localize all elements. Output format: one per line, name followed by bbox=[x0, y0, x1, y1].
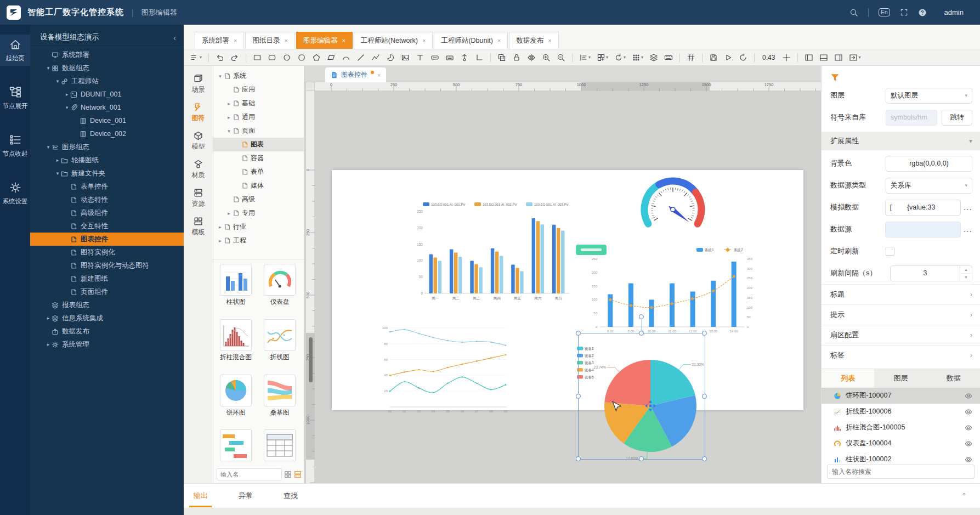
input-背景色[interactable]: rgba(0,0,0,0) bbox=[886, 156, 972, 172]
canvas-vertical-scrollbar[interactable] bbox=[309, 337, 313, 382]
palette-tab-模板[interactable]: 模板 bbox=[192, 216, 205, 237]
selection-handle[interactable] bbox=[702, 394, 707, 399]
tool-hash[interactable] bbox=[686, 52, 696, 63]
palette-card-仪表盘[interactable]: 仪表盘 bbox=[263, 264, 297, 312]
tree-item[interactable]: 数据发布 bbox=[30, 325, 184, 338]
collapse-panel-icon[interactable]: ‹ bbox=[173, 33, 176, 42]
tree-item[interactable]: 系统部署 bbox=[30, 48, 184, 61]
rail-item-home[interactable]: 起始页 bbox=[0, 35, 30, 66]
expander-icon[interactable]: ▸ bbox=[64, 92, 70, 97]
expander-icon[interactable]: ▸ bbox=[225, 115, 233, 120]
tool-menu[interactable]: ▾ bbox=[189, 52, 203, 63]
palette-card-table[interactable] bbox=[263, 429, 297, 467]
rotate-handle[interactable] bbox=[639, 314, 644, 319]
palette-tree-item[interactable]: ▾系统 bbox=[213, 69, 304, 83]
expander-icon[interactable]: ▾ bbox=[225, 128, 233, 134]
tree-item[interactable]: 图符实例化 bbox=[30, 246, 184, 259]
expander-icon[interactable]: ▸ bbox=[45, 342, 52, 347]
expander-icon[interactable]: ▸ bbox=[45, 315, 52, 321]
expander-icon[interactable]: ▾ bbox=[64, 105, 70, 110]
tree-item[interactable]: ▾新建文件夹 bbox=[30, 167, 184, 180]
close-tab-icon[interactable]: × bbox=[284, 37, 287, 44]
tool-circle[interactable] bbox=[281, 52, 292, 63]
tool-polyline[interactable] bbox=[370, 52, 381, 63]
tool-line[interactable] bbox=[355, 52, 366, 63]
tool-rrect[interactable] bbox=[267, 52, 277, 63]
selection-handle[interactable] bbox=[639, 331, 644, 336]
checkbox-定时刷新[interactable] bbox=[886, 247, 894, 256]
tool-refresh[interactable] bbox=[738, 52, 749, 63]
selection-handle[interactable] bbox=[702, 331, 707, 336]
palette-card-饼环图[interactable]: 饼环图 bbox=[219, 375, 253, 422]
tree-item[interactable]: 图表控件 bbox=[30, 233, 184, 246]
tree-item[interactable]: ▾工程师站 bbox=[30, 75, 184, 88]
expander-icon[interactable]: ▸ bbox=[54, 157, 61, 163]
tree-item[interactable]: ▾图形组态 bbox=[30, 140, 184, 154]
tool-parallelogram[interactable] bbox=[326, 52, 337, 63]
tool-panel-left[interactable] bbox=[803, 52, 814, 63]
selection-handle[interactable] bbox=[576, 394, 581, 399]
expander-icon[interactable]: ▸ bbox=[225, 101, 233, 106]
palette-tree-item[interactable]: 媒体 bbox=[213, 179, 304, 193]
palette-tree-item[interactable]: ▾页面 bbox=[213, 124, 304, 138]
tab-图形编辑器[interactable]: 图形编辑器× bbox=[296, 32, 353, 49]
tree-item[interactable]: 高级组件 bbox=[30, 206, 184, 219]
palette-tab-材质[interactable]: 材质 bbox=[192, 159, 205, 180]
tool-zoom-out[interactable] bbox=[556, 52, 567, 63]
selection-handle[interactable] bbox=[639, 456, 644, 461]
object-list-item[interactable]: 折柱混合图-100005 bbox=[822, 420, 980, 435]
collapse-bottom-icon[interactable]: ⌃ bbox=[961, 492, 967, 500]
eye-icon[interactable] bbox=[965, 456, 972, 463]
input-模拟数据[interactable]: [ {value:33 bbox=[885, 200, 961, 216]
bottom-tab-输出[interactable]: 输出 bbox=[191, 484, 210, 507]
help-icon[interactable] bbox=[918, 8, 927, 17]
palette-card-桑基图[interactable]: 桑基图 bbox=[263, 375, 297, 422]
tool-rect[interactable] bbox=[252, 52, 263, 63]
tree-item[interactable]: ▸DBUNIT_001 bbox=[30, 88, 184, 101]
palette-tree-item[interactable]: ▸通用 bbox=[213, 110, 304, 124]
objects-tab-列表[interactable]: 列表 bbox=[822, 369, 874, 388]
tool-pentagon[interactable] bbox=[311, 52, 322, 63]
step-up-icon[interactable]: ▲ bbox=[960, 266, 972, 274]
selection-handle[interactable] bbox=[576, 331, 581, 336]
object-list-item[interactable]: 折线图-100006 bbox=[822, 404, 980, 420]
tree-item[interactable]: 页面组件 bbox=[30, 285, 184, 298]
tree-item[interactable]: 图符实例化与动态图符 bbox=[30, 259, 184, 272]
close-tab-icon[interactable]: × bbox=[497, 37, 501, 44]
palette-tab-资源[interactable]: 资源 bbox=[192, 188, 205, 208]
input-数据源[interactable] bbox=[885, 222, 961, 237]
tool-pie[interactable] bbox=[385, 52, 396, 63]
palette-tree-item[interactable]: ▸专用 bbox=[213, 206, 304, 220]
filter-icon[interactable] bbox=[830, 73, 840, 82]
selection-handle[interactable] bbox=[702, 456, 707, 461]
tool-align[interactable]: ▾ bbox=[578, 52, 592, 63]
select-图层[interactable]: 默认图层▾ bbox=[886, 88, 972, 104]
close-tab-icon[interactable]: × bbox=[234, 37, 237, 44]
selection-handle[interactable] bbox=[576, 456, 581, 461]
palette-tree-item[interactable]: 容器 bbox=[213, 151, 304, 165]
rail-item-gear[interactable]: 系统设置 bbox=[0, 178, 30, 209]
list-view-icon[interactable] bbox=[294, 471, 302, 478]
tool-image[interactable] bbox=[400, 52, 411, 63]
palette-tab-图符[interactable]: 图符 bbox=[192, 102, 205, 123]
tool-export[interactable]: ▾ bbox=[848, 52, 862, 63]
input-符号来自库[interactable]: symbols/hm bbox=[886, 110, 937, 126]
tree-item[interactable]: ▾数据组态 bbox=[30, 61, 184, 75]
fullscreen-icon[interactable] bbox=[900, 8, 908, 16]
tool-keyboard[interactable] bbox=[663, 52, 674, 63]
expander-icon[interactable]: ▸ bbox=[225, 211, 233, 216]
tool-flip[interactable] bbox=[526, 52, 537, 63]
bottom-tab-查找[interactable]: 查找 bbox=[281, 484, 300, 507]
tool-grid-add[interactable]: ▾ bbox=[596, 52, 609, 63]
section-标题[interactable]: 标题› bbox=[822, 284, 980, 304]
tool-panel-right[interactable] bbox=[833, 52, 844, 63]
tool-play[interactable] bbox=[723, 52, 734, 63]
tab-系统部署[interactable]: 系统部署× bbox=[195, 32, 244, 49]
tool-rotate[interactable]: ▾ bbox=[613, 52, 627, 63]
step-down-icon[interactable]: ▼ bbox=[960, 274, 972, 281]
palette-tab-模型[interactable]: 模型 bbox=[192, 131, 205, 151]
palette-tree-item[interactable]: 表单 bbox=[213, 165, 304, 179]
tree-item[interactable]: ▾Network_001 bbox=[30, 101, 184, 114]
close-tab-icon[interactable]: × bbox=[422, 37, 426, 44]
object-search-input[interactable] bbox=[827, 465, 975, 479]
